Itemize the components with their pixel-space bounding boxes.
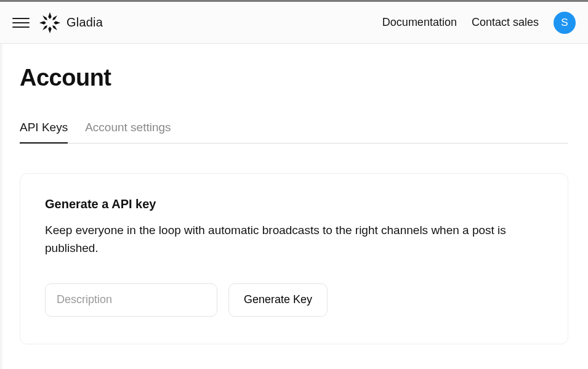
menu-icon[interactable] <box>12 14 30 31</box>
left-edge-shadow <box>0 44 4 369</box>
card-title: Generate a API key <box>45 197 543 211</box>
top-nav: Gladia Documentation Contact sales S <box>0 2 588 44</box>
documentation-link[interactable]: Documentation <box>382 16 457 29</box>
main-content: Account API Keys Account settings Genera… <box>0 44 588 344</box>
tab-account-settings[interactable]: Account settings <box>85 113 171 143</box>
contact-sales-link[interactable]: Contact sales <box>472 16 539 29</box>
generate-api-key-card: Generate a API key Keep everyone in the … <box>20 173 568 344</box>
card-description: Keep everyone in the loop with automatic… <box>45 221 538 257</box>
brand[interactable]: Gladia <box>39 12 103 33</box>
tabs: API Keys Account settings <box>20 113 568 144</box>
description-input[interactable] <box>45 283 217 317</box>
brand-name: Gladia <box>66 15 103 30</box>
avatar[interactable]: S <box>554 12 576 34</box>
gladia-logo-icon <box>39 12 60 33</box>
tab-api-keys[interactable]: API Keys <box>20 113 68 143</box>
generate-key-button[interactable]: Generate Key <box>228 283 328 317</box>
page-title: Account <box>20 65 568 91</box>
